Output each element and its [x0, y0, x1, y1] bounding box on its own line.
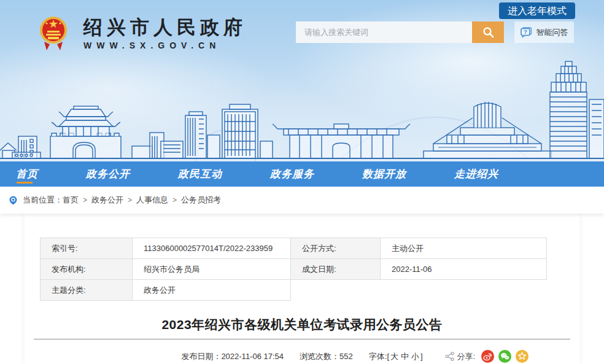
location-pin-icon: [9, 196, 18, 205]
article-container: 索引号: 11330600002577014T/2022-233959 公开方式…: [25, 214, 579, 364]
share-icon: [445, 352, 454, 361]
nav-item-gov-interaction[interactable]: 政民互动: [178, 161, 222, 187]
publish-date: 发布日期：2022-11-06 17:54: [181, 351, 284, 362]
topic-category-label: 主题分类:: [41, 280, 133, 301]
smart-qa-label: 智能问答: [536, 27, 568, 38]
view-count: 浏览次数：552: [300, 351, 353, 362]
article-meta-row: 发布日期：2022-11-06 17:54 浏览次数：552 字体:[大中小] …: [25, 350, 579, 363]
index-number-value: 11330600002577014T/2022-233959: [133, 238, 291, 259]
national-emblem-icon: [39, 16, 68, 52]
view-count-value: 552: [339, 352, 353, 361]
city-skyline-illustration: [0, 60, 604, 161]
elder-mode-button[interactable]: 进入老年模式: [499, 2, 575, 19]
document-info-table: 索引号: 11330600002577014T/2022-233959 公开方式…: [40, 238, 547, 301]
smart-qa-button[interactable]: ? 智能问答: [514, 21, 574, 43]
site-logo-block[interactable]: 绍兴市人民政府 WWW.SX.GOV.CN: [39, 16, 247, 52]
breadcrumb-prefix: 当前位置：: [23, 195, 63, 206]
table-row: 索引号: 11330600002577014T/2022-233959 公开方式…: [41, 238, 547, 259]
issue-date-value: 2022-11-06: [381, 259, 547, 280]
table-row: 主题分类: 政务公开: [41, 280, 547, 301]
site-url: WWW.SX.GOV.CN: [83, 41, 247, 50]
publish-date-value: 2022-11-06 17:54: [221, 352, 284, 361]
svg-text:?: ?: [524, 29, 527, 35]
font-size-medium[interactable]: 中: [401, 352, 409, 361]
table-row: 发布机构: 绍兴市公务员局 成文日期: 2022-11-06: [41, 259, 547, 280]
font-size-small[interactable]: 小: [411, 352, 419, 361]
qzone-share-icon[interactable]: [516, 350, 528, 363]
font-size-label: 字体:[: [369, 352, 389, 361]
breadcrumb: 当前位置： 首页 > 政务公开 > 人事信息 > 公务员招考: [0, 187, 604, 214]
search-input[interactable]: [296, 21, 472, 43]
site-header: 绍兴市人民政府 WWW.SX.GOV.CN 进入老年模式 ? 智能问答: [0, 0, 604, 161]
search-button[interactable]: [472, 21, 504, 43]
empty-cell: [291, 280, 381, 301]
nav-item-open-data[interactable]: 数据开放: [362, 161, 406, 187]
search-icon: [482, 26, 494, 38]
issuing-agency-label: 发布机构:: [41, 259, 133, 280]
site-title-block: 绍兴市人民政府 WWW.SX.GOV.CN: [83, 17, 247, 50]
breadcrumb-separator: >: [128, 196, 132, 204]
nav-item-about-shaoxing[interactable]: 走进绍兴: [454, 161, 498, 187]
breadcrumb-civil-servant-recruit[interactable]: 公务员招考: [181, 195, 221, 206]
search-bar: ? 智能问答: [296, 21, 574, 43]
nav-item-gov-services[interactable]: 政务服务: [270, 161, 314, 187]
share-label: 分享:: [457, 351, 475, 362]
breadcrumb-separator: >: [172, 196, 177, 204]
font-size-large[interactable]: 大: [390, 352, 398, 361]
view-count-label: 浏览次数：: [300, 352, 339, 361]
breadcrumb-personnel-info[interactable]: 人事信息: [136, 195, 168, 206]
index-number-label: 索引号:: [41, 238, 133, 259]
publish-date-label: 发布日期：: [181, 352, 221, 361]
page-title: 2023年绍兴市各级机关单位考试录用公务员公告: [25, 316, 579, 333]
topic-category-value: 政务公开: [133, 280, 291, 301]
breadcrumb-gov-disclosure[interactable]: 政务公开: [91, 195, 123, 206]
weibo-share-icon[interactable]: [481, 350, 494, 363]
question-bubble-icon: ?: [521, 27, 532, 37]
nav-item-home[interactable]: 首页: [16, 161, 38, 187]
share-group: 分享:: [445, 350, 533, 363]
breadcrumb-separator: >: [83, 196, 87, 204]
site-name: 绍兴市人民政府: [83, 17, 247, 38]
breadcrumb-home[interactable]: 首页: [63, 195, 79, 206]
issuing-agency-value: 绍兴市公务员局: [133, 259, 291, 280]
disclosure-method-value: 主动公开: [381, 238, 547, 259]
font-size-label-close: ]: [420, 352, 423, 361]
disclosure-method-label: 公开方式:: [291, 238, 381, 259]
main-navigation: 首页 政务公开 政民互动 政务服务 数据开放 走进绍兴: [0, 161, 604, 187]
empty-cell: [381, 280, 547, 301]
nav-item-gov-disclosure[interactable]: 政务公开: [86, 161, 130, 187]
wechat-share-icon[interactable]: [498, 350, 511, 363]
font-size-control: 字体:[大中小]: [369, 351, 423, 362]
issue-date-label: 成文日期:: [291, 259, 381, 280]
title-divider: [34, 339, 570, 339]
